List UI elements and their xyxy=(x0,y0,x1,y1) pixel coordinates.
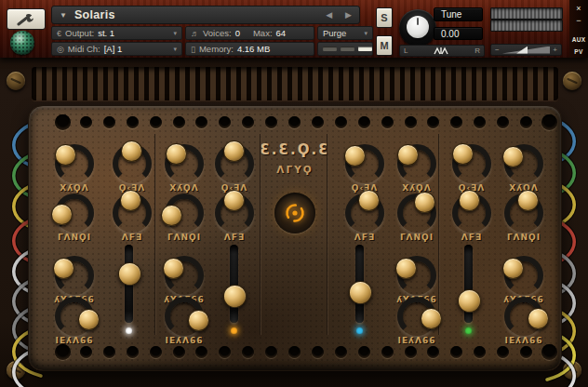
midi-channel-select[interactable]: ◎ Midi Ch: [A] 1 ▾ xyxy=(51,42,182,56)
tune-value-box[interactable]: 0.00 xyxy=(434,27,483,40)
led-s1 xyxy=(126,327,132,334)
pan-right-label: R xyxy=(474,47,480,55)
purge-led xyxy=(358,47,372,51)
slider-thumb-s4[interactable] xyxy=(458,289,481,313)
pan-center-marker-icon xyxy=(434,47,448,55)
knob-indicator-ball xyxy=(358,190,380,211)
rivet-hole xyxy=(335,116,347,128)
knob-s4-r4[interactable]: ΙΕʎΛ66 xyxy=(487,297,561,351)
slider-thumb-s1[interactable] xyxy=(118,262,141,286)
prev-instrument-icon[interactable]: ◀ xyxy=(326,10,332,20)
voices-icon: ♬ xyxy=(191,29,199,38)
rivet-hole xyxy=(312,346,324,358)
knob-indicator-ball xyxy=(163,258,184,279)
rivet-hole xyxy=(219,116,231,128)
knob-indicator-ball xyxy=(166,143,187,165)
knob-indicator-ball xyxy=(502,146,524,167)
slider-s2[interactable] xyxy=(230,245,238,323)
midi-icon: ◎ xyxy=(57,45,64,54)
rivet-hole xyxy=(450,116,462,128)
knob-indicator-ball xyxy=(421,308,442,329)
knob-indicator-ball xyxy=(528,308,549,329)
level-meter-right xyxy=(490,20,563,32)
rivet-hole xyxy=(474,116,486,128)
knob-indicator-ball xyxy=(188,310,209,331)
knob-s4-r2-b[interactable]: ΓΛΝϘΙ xyxy=(487,194,561,247)
instrument-icon[interactable] xyxy=(10,31,34,55)
rivet-hole xyxy=(173,116,185,128)
knob-indicator-ball xyxy=(121,140,142,162)
orange-ring-icon xyxy=(282,200,308,226)
knob-indicator-ball xyxy=(78,309,100,330)
pan-slider[interactable]: L R xyxy=(399,45,485,57)
knob-indicator-ball xyxy=(223,190,245,211)
volume-slider[interactable]: − + xyxy=(490,44,562,56)
midi-value: [A] 1 xyxy=(104,44,123,54)
led-s3 xyxy=(356,327,363,334)
knob-s2-r4[interactable]: ΙΕʎΛ66 xyxy=(147,297,221,351)
purge-status xyxy=(317,42,373,56)
minimize-icon[interactable]: − xyxy=(576,15,581,27)
logo-button[interactable] xyxy=(274,193,315,234)
memory-icon: ▯ xyxy=(191,45,195,54)
knob-s2-r2-b[interactable]: ΛϜƎ xyxy=(197,194,272,247)
tune-knob[interactable] xyxy=(399,9,436,47)
main-panel: Ɛ.Ɛ.Ϙ.Ɛ ΛΓΥϘ ΧʎϘΛϘ‹ƎΛΧʎϘΛϘ‹ƎΛϘ‹ƎΛΧʎϘΛϘ‹Ǝ… xyxy=(28,105,562,371)
tune-label: Tune xyxy=(441,9,461,20)
knob-glyph-label: ΓΛΝϘΙ xyxy=(487,233,561,242)
purge-label: Purge xyxy=(323,28,346,38)
voices-value: 0 xyxy=(235,28,240,38)
led-s4 xyxy=(465,327,472,334)
knob-glyph-label: ΙΕʎΛ66 xyxy=(380,336,454,345)
knob-indicator-ball xyxy=(53,258,74,279)
rivet-hole xyxy=(55,114,71,130)
slider-thumb-s3[interactable] xyxy=(349,281,372,304)
knob-indicator-ball xyxy=(414,192,435,213)
rivet-hole xyxy=(335,346,347,358)
max-voices-value[interactable]: 64 xyxy=(276,28,287,38)
knob-indicator-ball xyxy=(161,205,182,226)
kontakt-header: ▼ Solaris ◀ ▶ € Output: st. 1 ▾ ◎ Midi C… xyxy=(0,0,588,58)
chevron-down-icon: ▾ xyxy=(364,30,368,37)
memory-label: Memory: xyxy=(199,44,234,54)
rivet-hole xyxy=(474,346,486,358)
knob-glyph-label: ΛϜƎ xyxy=(197,233,272,242)
knob-indicator-ball xyxy=(397,144,419,166)
purge-button[interactable]: Purge ▾ xyxy=(317,26,373,40)
knob-s3-r4[interactable]: ΙΕʎΛ66 xyxy=(380,297,454,351)
rivet-hole xyxy=(541,114,557,130)
rivet-hole xyxy=(150,116,162,128)
rivet-hole xyxy=(358,116,370,128)
rivet-hole xyxy=(288,346,301,358)
instrument-title-bar[interactable]: ▼ Solaris ◀ ▶ xyxy=(51,6,360,24)
tune-knob-face xyxy=(407,16,429,38)
close-icon[interactable]: × xyxy=(576,3,581,15)
collapse-arrow-icon[interactable]: ▼ xyxy=(60,11,67,20)
output-value: st. 1 xyxy=(98,28,114,38)
output-select[interactable]: € Output: st. 1 ▾ xyxy=(51,26,182,40)
led-s2 xyxy=(231,327,237,334)
chevron-down-icon: ▾ xyxy=(173,46,177,53)
knob-glyph-label: ΙΕʎΛ66 xyxy=(147,336,221,345)
next-instrument-icon[interactable]: ▶ xyxy=(345,10,352,20)
pv-button[interactable]: PV xyxy=(574,46,582,58)
level-meter-left xyxy=(490,7,563,20)
knob-indicator-ball xyxy=(344,145,366,167)
rivet-hole xyxy=(80,116,92,128)
rivet-hole xyxy=(265,346,277,358)
rivet-hole xyxy=(195,116,207,128)
rivet-hole xyxy=(265,116,277,128)
slider-thumb-s2[interactable] xyxy=(223,285,247,308)
rivet-hole xyxy=(405,116,417,128)
mute-button[interactable]: M xyxy=(376,35,393,56)
wrench-icon xyxy=(16,13,36,26)
solo-button[interactable]: S xyxy=(376,7,393,28)
volume-plus-label: + xyxy=(553,46,557,54)
rivet-hole xyxy=(242,346,254,358)
voices-display: ♬ Voices: 0 Max: 64 xyxy=(185,26,314,40)
voices-label: Voices: xyxy=(203,28,232,38)
edit-wrench-button[interactable] xyxy=(7,8,46,30)
knob-s1-r4[interactable]: ΙΕʎΛ66 xyxy=(37,297,112,351)
midi-label: Midi Ch: xyxy=(68,44,100,54)
aux-button[interactable]: AUX xyxy=(572,33,586,46)
